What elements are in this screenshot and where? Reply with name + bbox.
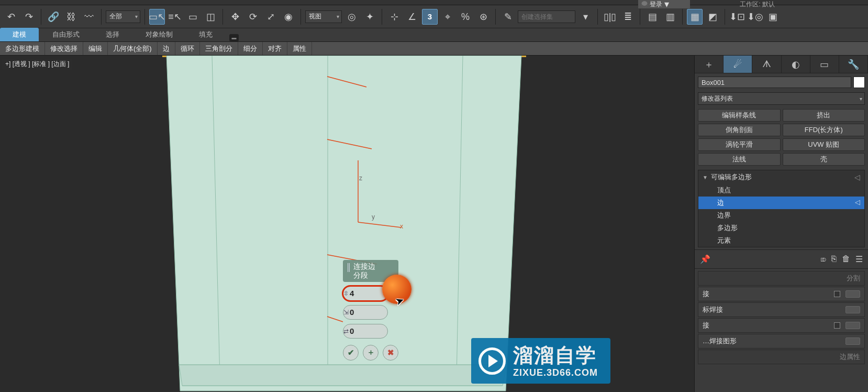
select-place-button[interactable]: ◉ [281,9,296,25]
align-button[interactable]: ≣ [620,9,636,25]
mirror-button[interactable]: ▯|▯ [602,9,618,25]
select-rotate-button[interactable]: ⟳ [245,9,261,25]
tab-freeform[interactable]: 自由形式 [40,28,92,41]
panel-subdivision[interactable]: 细分 [238,42,263,55]
caddy-cancel-button[interactable]: ✖ [383,345,398,361]
pin-stack-button[interactable]: 📌 [700,254,710,264]
rollout-create-shape-row[interactable]: …焊接图形 [698,334,865,349]
ribbon-minimize-toggle[interactable]: ▬ [229,34,239,41]
subobj-edge[interactable]: 边 ◁ [698,197,864,209]
redo-button[interactable]: ↷ [21,9,37,25]
slide-spinner[interactable]: ⇄ [343,324,388,339]
render-frame-button[interactable]: ▣ [765,9,781,25]
remove-modifier-button[interactable]: 🗑 [842,254,850,264]
pinch-spinner[interactable]: ⇲ [343,305,388,320]
working-pivot-button[interactable]: ⊛ [475,9,491,25]
schematic-view-button[interactable]: ◩ [705,9,720,25]
manipulate-button[interactable]: ✦ [362,9,377,25]
material-editor-button[interactable]: ⬇⊡ [729,9,745,25]
tab-modify[interactable]: ☄ [724,56,752,73]
tab-object-paint[interactable]: 对象绘制 [133,28,185,41]
named-selection-input[interactable] [518,10,575,23]
qbtn-extrude[interactable]: 挤出 [783,109,865,122]
panel-tris[interactable]: 三角剖分 [200,42,238,55]
angle-snap-button[interactable]: ∠ [404,9,420,25]
modifier-list-dropdown[interactable]: 修改器列表 [698,92,865,105]
qbtn-uvw-map[interactable]: UVW 贴图 [783,138,865,151]
bridge-checkbox[interactable] [834,322,840,329]
make-unique-button[interactable]: ⎘ [831,254,837,264]
qbtn-shell[interactable]: 壳 [783,153,865,166]
slide-input[interactable] [349,326,388,335]
login-dropdown[interactable]: 登录 ▾ [638,0,690,8]
segments-spinner[interactable]: ⇳ [343,286,388,301]
render-setup-button[interactable]: ⬇◎ [747,9,763,25]
pivot-center-button[interactable]: ◎ [344,9,360,25]
tab-populate[interactable]: 填充 [186,28,225,41]
viewport-perspective[interactable]: +] [透视 ] [标准 ] [边面 ] [0,56,694,392]
tab-display[interactable]: ▭ [810,56,839,73]
tab-motion[interactable]: ◐ [782,56,810,73]
select-object-button[interactable]: ▭↖ [149,9,165,25]
panel-edges[interactable]: 边 [158,42,175,55]
bridge-settings-button[interactable] [845,322,860,329]
curve-editor-button[interactable]: ▥ [662,9,678,25]
bind-spacewarp-button[interactable]: 〰 [81,9,97,25]
show-end-result-button[interactable]: ⎄ [821,254,826,264]
subobj-polygon[interactable]: 多边形 [698,222,864,234]
spinner-snap-button[interactable]: ⌖ [440,9,455,25]
object-name-input[interactable] [698,77,851,88]
qbtn-bevel-profile[interactable]: 倒角剖面 [698,124,781,136]
undo-button[interactable]: ↶ [3,9,19,25]
configure-sets-button[interactable]: ☰ [855,254,863,264]
rectangular-region-button[interactable]: ▭ [185,9,201,25]
panel-edit[interactable]: 编辑 [83,42,108,55]
subobj-vertex[interactable]: 顶点 [698,184,864,197]
snap-3d-button[interactable]: 3 [422,9,438,25]
caddy-ok-button[interactable]: ✔ [343,345,359,361]
subobj-element[interactable]: 元素 [698,234,864,247]
rollout-target-weld-row[interactable]: 标焊接 [698,302,865,317]
qbtn-edit-spline[interactable]: 编辑样条线 [698,109,781,122]
link-button[interactable]: 🔗 [46,9,61,25]
select-by-name-button[interactable]: ≡↖ [167,9,183,25]
stack-head-editable-poly[interactable]: 可编辑多边形 ◁ [698,170,864,184]
panel-modify-selection[interactable]: 修改选择 [45,42,83,55]
snap-toggle-button[interactable]: ⊹ [386,9,402,25]
panel-loops[interactable]: 循环 [175,42,200,55]
qbtn-ffd-box[interactable]: FFD(长方体) [783,124,865,136]
qbtn-normal[interactable]: 法线 [698,153,781,166]
tab-modeling[interactable]: 建模 [0,28,39,41]
panel-poly-modeling[interactable]: 多边形建模 [0,42,45,55]
tab-hierarchy[interactable]: ᗑ [752,56,781,73]
separator [101,9,102,25]
rollout-bridge-row[interactable]: 接 [698,318,865,333]
tab-create[interactable]: ＋ [695,56,724,73]
named-sel-dropdown[interactable]: ▾ [577,9,593,25]
tab-utilities[interactable]: 🔧 [839,56,868,73]
named-sel-edit-button[interactable]: ✎ [500,9,516,25]
panel-properties[interactable]: 属性 [287,42,312,55]
object-color-swatch[interactable] [853,77,865,88]
reference-coord-dropdown[interactable]: 视图 [305,10,342,23]
create-shape-button[interactable] [845,337,860,345]
panel-align[interactable]: 对齐 [263,42,287,55]
unlink-button[interactable]: ⛓ [63,9,79,25]
rollout-weld-row[interactable]: 接 [698,287,865,301]
layer-explorer-button[interactable]: ▤ [644,9,660,25]
panel-geometry-all[interactable]: 几何体(全部) [108,42,158,55]
target-weld-button[interactable] [845,306,860,313]
pinch-input[interactable] [349,308,388,317]
qbtn-turbosmooth[interactable]: 涡轮平滑 [698,138,781,151]
weld-checkbox[interactable] [834,291,840,297]
toggle-ribbon-button[interactable]: ▦ [687,9,703,25]
selection-filter-dropdown[interactable]: 全部 [106,10,140,23]
percent-snap-button[interactable]: % [458,9,473,25]
select-move-button[interactable]: ✥ [227,9,243,25]
tab-selection[interactable]: 选择 [93,28,132,41]
subobj-border[interactable]: 边界 [698,209,864,222]
select-scale-button[interactable]: ⤢ [263,9,279,25]
window-crossing-button[interactable]: ◫ [203,9,218,25]
weld-settings-button[interactable] [845,290,860,298]
caddy-apply-button[interactable]: ＋ [363,345,379,361]
